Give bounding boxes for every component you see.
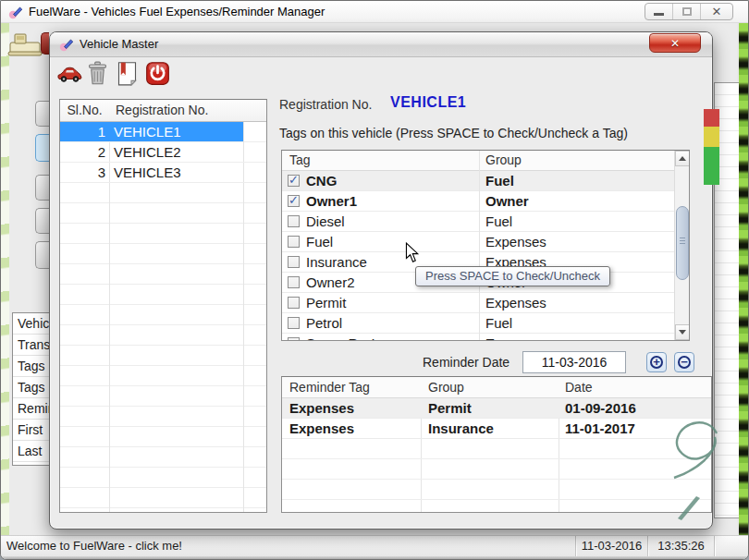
minimize-button[interactable]	[645, 4, 673, 19]
exit-icon[interactable]	[145, 61, 170, 86]
date-cell: 01-09-2016	[565, 398, 636, 418]
tag-row[interactable]: Petrol Fuel	[282, 313, 674, 334]
statusbar: Welcome to FuelWare - click me! 11-03-20…	[1, 535, 748, 556]
vehicle-row-selected[interactable]: 1 VEHICLE1	[60, 122, 243, 142]
scroll-down-button[interactable]	[675, 324, 690, 340]
dialog-title: Vehicle Master	[80, 32, 158, 56]
tag-row[interactable]: CNG Fuel	[282, 171, 674, 191]
vehicle-icon[interactable]	[57, 61, 82, 86]
statusbar-time: 13:35:26	[648, 536, 715, 556]
slno-cell: 3	[60, 163, 105, 182]
fuel-machine-icon[interactable]	[7, 31, 43, 57]
vehicle-master-dialog: Vehicle Master	[49, 31, 713, 530]
bg-side-button-2-active[interactable]	[35, 134, 50, 162]
main-titlebar: FuelWare - Vehicles Fuel Expenses/Remind…	[1, 1, 748, 23]
bg-side-button-5[interactable]	[35, 241, 50, 269]
column-header-registration[interactable]: Registration No.	[116, 100, 208, 121]
status-bar-green	[704, 147, 719, 185]
registration-cell: VEHICLE3	[114, 163, 181, 182]
tag-row[interactable]: Fuel Expenses	[282, 232, 674, 252]
bg-side-button-1[interactable]	[35, 101, 50, 127]
registration-cell: VEHICLE1	[114, 122, 181, 141]
tag-cell: Diesel	[306, 212, 345, 231]
group-cell: Insurance	[428, 419, 494, 438]
reminder-row[interactable]: Expenses Insurance 11-01-2017	[282, 419, 711, 439]
reminder-date-input[interactable]: 11-03-2016	[522, 351, 626, 373]
tags-scrollbar[interactable]	[674, 151, 689, 340]
bg-panel-row: Tags	[13, 356, 49, 377]
maximize-button[interactable]	[673, 4, 701, 19]
status-bar-red	[704, 109, 719, 127]
column-header-group[interactable]: Group	[428, 377, 464, 397]
tag-cell: Insurance	[306, 252, 367, 272]
tags-table-header: Tag Group	[282, 151, 674, 171]
tag-cell: Owner2	[306, 273, 355, 292]
close-button[interactable]: ✕	[701, 4, 732, 19]
bg-panel-row: Vehicle	[13, 313, 49, 335]
vehicle-list-header[interactable]: Sl.No. Registration No.	[60, 100, 266, 122]
group-cell: Fuel	[485, 171, 514, 190]
left-decor-strip	[1, 23, 9, 535]
scroll-up-button[interactable]	[675, 151, 690, 166]
column-header-reminder-tag[interactable]: Reminder Tag	[289, 377, 370, 397]
tag-row[interactable]: Diesel Fuel	[282, 212, 674, 232]
checkbox-unchecked[interactable]	[288, 276, 300, 288]
bg-panel-row: Last	[13, 441, 49, 462]
tag-row-partial[interactable]: Spare Parts Expenses	[282, 334, 674, 340]
tags-table-body: CNG Fuel Owner1 Owner Diesel Fuel Fuel E…	[282, 171, 674, 340]
reminder-tag-cell: Expenses	[289, 419, 354, 438]
column-header-tag[interactable]: Tag	[289, 151, 311, 170]
group-cell: Permit	[428, 398, 472, 418]
group-cell: Owner	[485, 191, 529, 211]
window-title: FuelWare - Vehicles Fuel Expenses/Remind…	[29, 1, 325, 23]
reminder-row[interactable]: Expenses Permit 01-09-2016	[282, 398, 711, 419]
dialog-close-button[interactable]	[649, 33, 701, 53]
vehicle-row[interactable]: 2 VEHICLE2	[60, 142, 266, 163]
checkbox-checked[interactable]	[288, 175, 300, 187]
group-cell: Expenses	[485, 334, 550, 340]
window-bottom-edge	[1, 556, 748, 560]
window-controls: ✕	[645, 3, 733, 20]
checkbox-unchecked[interactable]	[288, 215, 300, 227]
statusbar-message[interactable]: Welcome to FuelWare - click me!	[1, 536, 576, 556]
add-reminder-button[interactable]: +	[646, 352, 667, 372]
mouse-cursor	[405, 242, 420, 264]
app-icon	[8, 5, 23, 19]
registration-cell: VEHICLE2	[114, 142, 181, 162]
report-icon[interactable]	[115, 61, 140, 86]
dialog-titlebar[interactable]: Vehicle Master	[50, 32, 712, 57]
column-header-slno[interactable]: Sl.No.	[60, 100, 109, 121]
scrollbar-thumb[interactable]	[676, 206, 689, 280]
bg-side-button-4[interactable]	[35, 208, 50, 234]
checkbox-unchecked[interactable]	[288, 337, 300, 340]
column-header-date[interactable]: Date	[565, 377, 593, 397]
group-cell: Expenses	[485, 232, 546, 251]
tag-row[interactable]: Permit Expenses	[282, 293, 674, 313]
main-window: FuelWare - Vehicles Fuel Expenses/Remind…	[0, 0, 749, 560]
bg-panel-row: First	[13, 420, 49, 441]
column-header-group[interactable]: Group	[485, 151, 522, 170]
checkbox-unchecked[interactable]	[288, 256, 300, 268]
reminder-date-label: Reminder Date	[423, 355, 510, 370]
checkbox-checked[interactable]	[288, 195, 300, 207]
column-divider	[479, 151, 480, 340]
close-icon: ✕	[712, 5, 722, 18]
tags-caption: Tags on this vehicle (Press SPACE to Che…	[279, 126, 628, 140]
bg-panel-row: Transactions	[13, 335, 49, 356]
checkbox-unchecked[interactable]	[288, 297, 300, 309]
toolbar-icon-partial[interactable]	[41, 32, 49, 55]
tag-cell: CNG	[306, 171, 337, 190]
delete-icon[interactable]	[85, 61, 110, 86]
remove-reminder-button[interactable]: −	[674, 352, 694, 372]
checkbox-unchecked[interactable]	[288, 317, 300, 329]
arrow-down-icon	[679, 330, 686, 335]
bg-side-button-3[interactable]	[35, 175, 50, 201]
checkbox-unchecked[interactable]	[288, 236, 300, 248]
tag-row[interactable]: Owner1 Owner	[282, 191, 674, 212]
bg-panel-row: Reminders	[13, 398, 49, 420]
maximize-icon	[682, 7, 692, 16]
registration-label: Registration No.	[279, 97, 372, 112]
vehicle-list: Sl.No. Registration No. 1 VEHICLE1 2 VEH…	[59, 99, 267, 513]
vehicle-row[interactable]: 3 VEHICLE3	[60, 163, 266, 183]
statusbar-date: 11-03-2016	[576, 536, 648, 556]
